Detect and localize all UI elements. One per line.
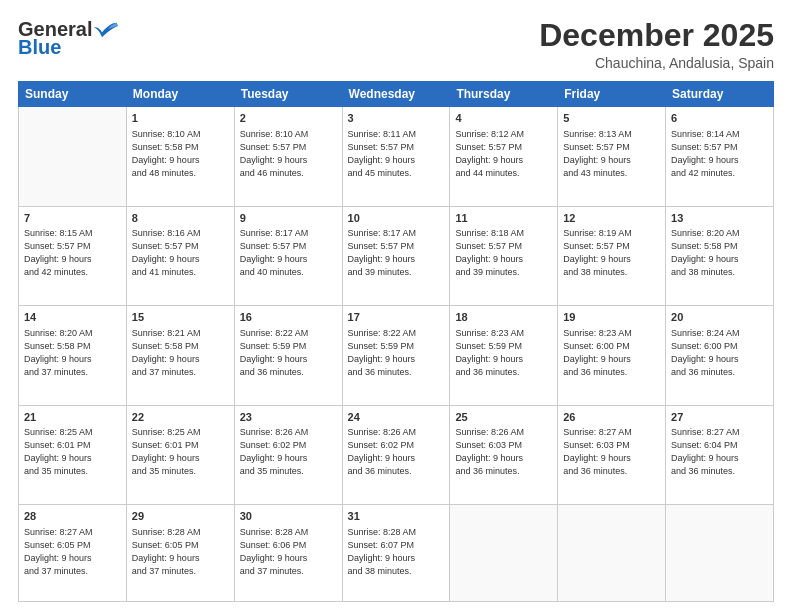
day-number: 28 [24, 509, 121, 524]
day-info: Sunrise: 8:23 AMSunset: 6:00 PMDaylight:… [563, 327, 660, 379]
calendar-table: Sunday Monday Tuesday Wednesday Thursday… [18, 81, 774, 602]
day-info: Sunrise: 8:11 AMSunset: 5:57 PMDaylight:… [348, 128, 445, 180]
calendar-day-cell: 17Sunrise: 8:22 AMSunset: 5:59 PMDayligh… [342, 306, 450, 406]
day-number: 14 [24, 310, 121, 325]
day-number: 20 [671, 310, 768, 325]
calendar-day-cell: 18Sunrise: 8:23 AMSunset: 5:59 PMDayligh… [450, 306, 558, 406]
calendar-day-cell: 16Sunrise: 8:22 AMSunset: 5:59 PMDayligh… [234, 306, 342, 406]
day-info: Sunrise: 8:17 AMSunset: 5:57 PMDaylight:… [240, 227, 337, 279]
calendar-day-cell: 31Sunrise: 8:28 AMSunset: 6:07 PMDayligh… [342, 505, 450, 602]
day-number: 15 [132, 310, 229, 325]
header: General Blue December 2025 Chauchina, An… [18, 18, 774, 71]
calendar-day-cell: 12Sunrise: 8:19 AMSunset: 5:57 PMDayligh… [558, 206, 666, 306]
day-number: 23 [240, 410, 337, 425]
calendar-day-cell: 25Sunrise: 8:26 AMSunset: 6:03 PMDayligh… [450, 405, 558, 505]
calendar-day-cell: 15Sunrise: 8:21 AMSunset: 5:58 PMDayligh… [126, 306, 234, 406]
day-number: 27 [671, 410, 768, 425]
day-info: Sunrise: 8:17 AMSunset: 5:57 PMDaylight:… [348, 227, 445, 279]
calendar-day-cell: 2Sunrise: 8:10 AMSunset: 5:57 PMDaylight… [234, 107, 342, 207]
day-info: Sunrise: 8:27 AMSunset: 6:03 PMDaylight:… [563, 426, 660, 478]
day-number: 30 [240, 509, 337, 524]
day-info: Sunrise: 8:26 AMSunset: 6:02 PMDaylight:… [348, 426, 445, 478]
calendar-day-cell: 30Sunrise: 8:28 AMSunset: 6:06 PMDayligh… [234, 505, 342, 602]
day-number: 17 [348, 310, 445, 325]
calendar-day-cell: 7Sunrise: 8:15 AMSunset: 5:57 PMDaylight… [19, 206, 127, 306]
calendar-day-cell: 11Sunrise: 8:18 AMSunset: 5:57 PMDayligh… [450, 206, 558, 306]
location-subtitle: Chauchina, Andalusia, Spain [539, 55, 774, 71]
day-number: 5 [563, 111, 660, 126]
day-number: 9 [240, 211, 337, 226]
day-info: Sunrise: 8:16 AMSunset: 5:57 PMDaylight:… [132, 227, 229, 279]
col-sunday: Sunday [19, 82, 127, 107]
calendar-day-cell: 29Sunrise: 8:28 AMSunset: 6:05 PMDayligh… [126, 505, 234, 602]
logo: General Blue [18, 18, 118, 57]
day-number: 22 [132, 410, 229, 425]
calendar-day-cell: 10Sunrise: 8:17 AMSunset: 5:57 PMDayligh… [342, 206, 450, 306]
calendar-day-cell: 9Sunrise: 8:17 AMSunset: 5:57 PMDaylight… [234, 206, 342, 306]
col-tuesday: Tuesday [234, 82, 342, 107]
day-info: Sunrise: 8:27 AMSunset: 6:04 PMDaylight:… [671, 426, 768, 478]
calendar-day-cell: 20Sunrise: 8:24 AMSunset: 6:00 PMDayligh… [666, 306, 774, 406]
day-info: Sunrise: 8:13 AMSunset: 5:57 PMDaylight:… [563, 128, 660, 180]
calendar-day-cell: 22Sunrise: 8:25 AMSunset: 6:01 PMDayligh… [126, 405, 234, 505]
day-number: 26 [563, 410, 660, 425]
col-saturday: Saturday [666, 82, 774, 107]
day-info: Sunrise: 8:21 AMSunset: 5:58 PMDaylight:… [132, 327, 229, 379]
calendar-day-cell [19, 107, 127, 207]
col-thursday: Thursday [450, 82, 558, 107]
day-info: Sunrise: 8:27 AMSunset: 6:05 PMDaylight:… [24, 526, 121, 578]
day-info: Sunrise: 8:22 AMSunset: 5:59 PMDaylight:… [240, 327, 337, 379]
day-info: Sunrise: 8:10 AMSunset: 5:58 PMDaylight:… [132, 128, 229, 180]
calendar-day-cell: 8Sunrise: 8:16 AMSunset: 5:57 PMDaylight… [126, 206, 234, 306]
day-info: Sunrise: 8:19 AMSunset: 5:57 PMDaylight:… [563, 227, 660, 279]
calendar-week-row: 7Sunrise: 8:15 AMSunset: 5:57 PMDaylight… [19, 206, 774, 306]
calendar-day-cell [666, 505, 774, 602]
day-number: 19 [563, 310, 660, 325]
day-number: 3 [348, 111, 445, 126]
calendar-day-cell: 5Sunrise: 8:13 AMSunset: 5:57 PMDaylight… [558, 107, 666, 207]
day-number: 21 [24, 410, 121, 425]
calendar-day-cell: 13Sunrise: 8:20 AMSunset: 5:58 PMDayligh… [666, 206, 774, 306]
calendar-day-cell: 28Sunrise: 8:27 AMSunset: 6:05 PMDayligh… [19, 505, 127, 602]
day-info: Sunrise: 8:22 AMSunset: 5:59 PMDaylight:… [348, 327, 445, 379]
calendar-week-row: 1Sunrise: 8:10 AMSunset: 5:58 PMDaylight… [19, 107, 774, 207]
day-number: 1 [132, 111, 229, 126]
day-info: Sunrise: 8:20 AMSunset: 5:58 PMDaylight:… [671, 227, 768, 279]
day-info: Sunrise: 8:10 AMSunset: 5:57 PMDaylight:… [240, 128, 337, 180]
calendar-day-cell: 14Sunrise: 8:20 AMSunset: 5:58 PMDayligh… [19, 306, 127, 406]
day-number: 8 [132, 211, 229, 226]
day-info: Sunrise: 8:18 AMSunset: 5:57 PMDaylight:… [455, 227, 552, 279]
day-info: Sunrise: 8:24 AMSunset: 6:00 PMDaylight:… [671, 327, 768, 379]
day-number: 16 [240, 310, 337, 325]
day-number: 31 [348, 509, 445, 524]
calendar-day-cell: 21Sunrise: 8:25 AMSunset: 6:01 PMDayligh… [19, 405, 127, 505]
col-friday: Friday [558, 82, 666, 107]
calendar-day-cell: 1Sunrise: 8:10 AMSunset: 5:58 PMDaylight… [126, 107, 234, 207]
calendar-week-row: 21Sunrise: 8:25 AMSunset: 6:01 PMDayligh… [19, 405, 774, 505]
logo-blue-text: Blue [18, 37, 61, 57]
calendar-day-cell: 4Sunrise: 8:12 AMSunset: 5:57 PMDaylight… [450, 107, 558, 207]
day-info: Sunrise: 8:26 AMSunset: 6:02 PMDaylight:… [240, 426, 337, 478]
day-number: 6 [671, 111, 768, 126]
day-number: 4 [455, 111, 552, 126]
day-number: 18 [455, 310, 552, 325]
day-info: Sunrise: 8:20 AMSunset: 5:58 PMDaylight:… [24, 327, 121, 379]
day-info: Sunrise: 8:15 AMSunset: 5:57 PMDaylight:… [24, 227, 121, 279]
col-wednesday: Wednesday [342, 82, 450, 107]
day-number: 13 [671, 211, 768, 226]
calendar-day-cell: 24Sunrise: 8:26 AMSunset: 6:02 PMDayligh… [342, 405, 450, 505]
title-block: December 2025 Chauchina, Andalusia, Spai… [539, 18, 774, 71]
day-number: 25 [455, 410, 552, 425]
day-info: Sunrise: 8:28 AMSunset: 6:07 PMDaylight:… [348, 526, 445, 578]
calendar-day-cell: 6Sunrise: 8:14 AMSunset: 5:57 PMDaylight… [666, 107, 774, 207]
page: General Blue December 2025 Chauchina, An… [0, 0, 792, 612]
day-info: Sunrise: 8:25 AMSunset: 6:01 PMDaylight:… [24, 426, 121, 478]
calendar-day-cell [558, 505, 666, 602]
calendar-day-cell: 26Sunrise: 8:27 AMSunset: 6:03 PMDayligh… [558, 405, 666, 505]
month-title: December 2025 [539, 18, 774, 53]
calendar-week-row: 28Sunrise: 8:27 AMSunset: 6:05 PMDayligh… [19, 505, 774, 602]
calendar-day-cell: 27Sunrise: 8:27 AMSunset: 6:04 PMDayligh… [666, 405, 774, 505]
day-number: 2 [240, 111, 337, 126]
day-info: Sunrise: 8:25 AMSunset: 6:01 PMDaylight:… [132, 426, 229, 478]
day-info: Sunrise: 8:28 AMSunset: 6:05 PMDaylight:… [132, 526, 229, 578]
